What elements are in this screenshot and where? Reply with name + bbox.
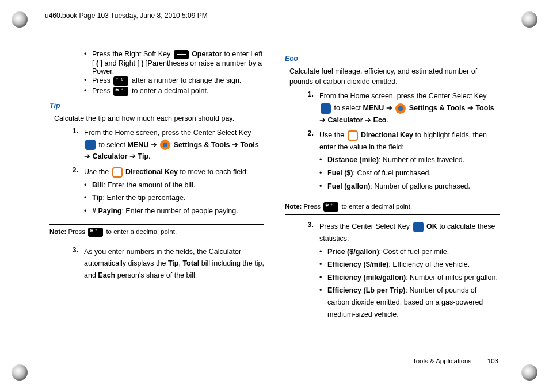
settings-gear-icon bbox=[395, 103, 406, 114]
center-select-key-icon bbox=[85, 140, 96, 150]
directional-key-icon bbox=[112, 167, 123, 178]
settings-gear-icon bbox=[160, 140, 170, 150]
note-box: Note: Press to enter a decimal point. bbox=[49, 224, 264, 240]
eco-step-1: 1. From the Home screen, press the Cente… bbox=[300, 90, 500, 126]
star-key-icon bbox=[113, 87, 128, 96]
bullet-decimal: • Press to enter a decimal point. bbox=[84, 87, 264, 96]
step-3: 3. As you enter numbers in the fields, t… bbox=[64, 246, 264, 282]
corner-icon bbox=[521, 364, 537, 381]
heading-eco: Eco bbox=[285, 55, 500, 63]
corner-icon bbox=[12, 364, 28, 381]
bullet-sign: • Press after a number to change the sig… bbox=[84, 76, 264, 86]
step-1: 1. From the Home screen, press the Cente… bbox=[64, 127, 264, 163]
eco-step-2: 2. Use the Directional Key to highlight … bbox=[300, 129, 500, 193]
corner-icon bbox=[521, 11, 537, 28]
right-column: Eco Calculate fuel mileage, efficiency, … bbox=[285, 49, 500, 363]
star-key-icon bbox=[88, 228, 103, 237]
page-footer: Tools & Applications 103 bbox=[413, 358, 498, 364]
header-rule bbox=[33, 20, 516, 20]
eco-intro: Calculate fuel mileage, efficiency, and … bbox=[289, 66, 500, 87]
eco-step-3: 3. Press the Center Select Key OK to cal… bbox=[300, 221, 500, 321]
right-soft-key-icon bbox=[174, 50, 189, 59]
page-body: • Press the Right Soft Key Operator to e… bbox=[49, 49, 500, 363]
page-number: 103 bbox=[479, 358, 498, 364]
directional-key-icon bbox=[348, 130, 358, 141]
center-select-key-icon bbox=[413, 222, 424, 232]
page-header: u460.book Page 103 Tuesday, June 8, 2010… bbox=[45, 11, 211, 20]
note-box: Note: Press to enter a decimal point. bbox=[285, 199, 500, 215]
heading-tip: Tip bbox=[49, 102, 264, 110]
step-2: 2. Use the Directional Key to move to ea… bbox=[64, 166, 264, 218]
bullet-operator: • Press the Right Soft Key Operator to e… bbox=[84, 50, 264, 75]
footer-section: Tools & Applications bbox=[413, 358, 471, 364]
left-column: • Press the Right Soft Key Operator to e… bbox=[49, 49, 264, 363]
center-select-key-icon bbox=[321, 103, 331, 114]
star-key-icon bbox=[323, 202, 338, 212]
hash-key-icon bbox=[113, 76, 128, 86]
corner-icon bbox=[12, 11, 28, 28]
tip-intro: Calculate the tip and how much each pers… bbox=[54, 113, 264, 124]
